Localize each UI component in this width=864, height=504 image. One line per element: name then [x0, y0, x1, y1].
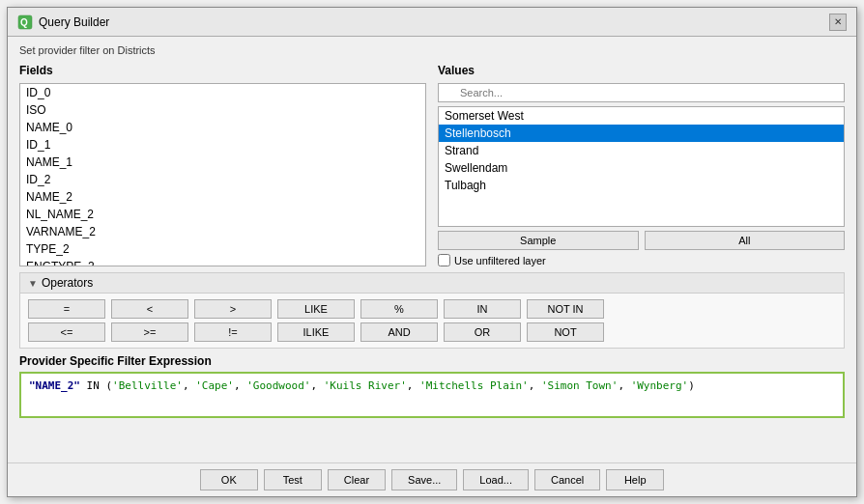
operator-button[interactable]: > — [194, 299, 272, 319]
operators-label: Operators — [42, 276, 93, 290]
value-item[interactable]: Strand — [439, 142, 844, 159]
field-item[interactable]: NAME_0 — [20, 119, 425, 136]
dialog-body: Set provider filter on Districts Fields … — [8, 37, 856, 462]
unfiltered-row: Use unfiltered layer — [438, 254, 845, 266]
expression-scroll-area: "NAME_2" IN ('Bellville', 'Cape', 'Goodw… — [19, 372, 845, 418]
values-panel: Values 🔍 Somerset WestStellenboschStrand… — [438, 64, 845, 266]
collapse-icon: ▼ — [28, 278, 38, 289]
operator-button[interactable]: IN — [444, 299, 521, 319]
title-bar-left: Q Query Builder — [17, 14, 109, 30]
dialog-footer: OK Test Clear Save... Load... Cancel Hel… — [8, 462, 856, 496]
operator-button[interactable]: >= — [111, 322, 188, 342]
operator-button[interactable]: NOT — [527, 322, 604, 342]
all-button[interactable]: All — [645, 231, 846, 250]
expression-display[interactable]: "NAME_2" IN ('Bellville', 'Cape', 'Goodw… — [21, 374, 843, 398]
operator-button[interactable]: <= — [28, 322, 105, 342]
query-builder-dialog: Q Query Builder ✕ Set provider filter on… — [7, 7, 857, 497]
load-button[interactable]: Load... — [463, 469, 529, 490]
operator-button[interactable]: AND — [360, 322, 438, 342]
clear-button[interactable]: Clear — [328, 469, 386, 490]
operator-button[interactable]: < — [111, 299, 188, 319]
operator-button[interactable]: OR — [444, 322, 521, 342]
close-button[interactable]: ✕ — [829, 14, 847, 31]
svg-text:Q: Q — [20, 17, 28, 28]
operator-button[interactable]: != — [194, 322, 272, 342]
value-item[interactable]: Stellenbosch — [439, 125, 844, 142]
ok-button[interactable]: OK — [200, 469, 258, 490]
operator-button[interactable]: ILIKE — [277, 322, 355, 342]
values-list[interactable]: Somerset WestStellenboschStrandSwellenda… — [438, 106, 845, 227]
sample-button[interactable]: Sample — [438, 231, 639, 250]
value-item[interactable]: Swellendam — [439, 159, 844, 177]
operator-button[interactable]: LIKE — [277, 299, 355, 319]
operators-body: =<>LIKE%INNOT IN <=>=!=ILIKEANDORNOT — [20, 294, 844, 348]
op-row-1: =<>LIKE%INNOT IN — [28, 299, 836, 319]
values-label: Values — [438, 64, 845, 77]
expression-label: Provider Specific Filter Expression — [19, 354, 845, 368]
operators-header[interactable]: ▼ Operators — [20, 273, 844, 294]
operator-button[interactable]: NOT IN — [527, 299, 604, 319]
title-bar: Q Query Builder ✕ — [8, 8, 856, 37]
operator-button[interactable]: = — [28, 299, 105, 319]
field-item[interactable]: ID_1 — [20, 136, 425, 154]
field-item[interactable]: NAME_2 — [20, 188, 425, 206]
search-wrapper: 🔍 — [438, 83, 845, 102]
op-row-2: <=>=!=ILIKEANDORNOT — [28, 322, 836, 342]
unfiltered-label: Use unfiltered layer — [454, 255, 546, 266]
top-section: Fields ID_0ISONAME_0ID_1NAME_1ID_2NAME_2… — [19, 64, 845, 266]
operators-section: ▼ Operators =<>LIKE%INNOT IN <=>=!=ILIKE… — [19, 272, 845, 349]
field-item[interactable]: VARNAME_2 — [20, 223, 425, 240]
field-item[interactable]: NAME_1 — [20, 154, 425, 171]
operator-button[interactable]: % — [360, 299, 438, 319]
value-item[interactable]: Somerset West — [439, 107, 844, 125]
test-button[interactable]: Test — [264, 469, 322, 490]
field-item[interactable]: TYPE_2 — [20, 240, 425, 258]
values-buttons: Sample All — [438, 231, 845, 250]
subtitle: Set provider filter on Districts — [19, 44, 845, 56]
dialog-title: Query Builder — [39, 15, 109, 29]
save-button[interactable]: Save... — [391, 469, 457, 490]
help-button[interactable]: Help — [606, 469, 664, 490]
fields-label: Fields — [19, 64, 426, 77]
use-unfiltered-checkbox[interactable] — [438, 254, 450, 266]
cancel-button[interactable]: Cancel — [534, 469, 600, 490]
expression-section: Provider Specific Filter Expression "NAM… — [19, 354, 845, 418]
field-item[interactable]: ENGTYPE_2 — [20, 258, 425, 266]
value-item[interactable]: Tulbagh — [439, 177, 844, 194]
fields-panel: Fields ID_0ISONAME_0ID_1NAME_1ID_2NAME_2… — [19, 64, 426, 266]
field-item[interactable]: ISO — [20, 101, 425, 119]
values-search-input[interactable] — [438, 83, 845, 102]
fields-list[interactable]: ID_0ISONAME_0ID_1NAME_1ID_2NAME_2NL_NAME… — [19, 83, 426, 266]
field-item[interactable]: ID_0 — [20, 84, 425, 101]
query-builder-icon: Q — [17, 14, 33, 30]
field-item[interactable]: NL_NAME_2 — [20, 206, 425, 223]
field-item[interactable]: ID_2 — [20, 171, 425, 188]
